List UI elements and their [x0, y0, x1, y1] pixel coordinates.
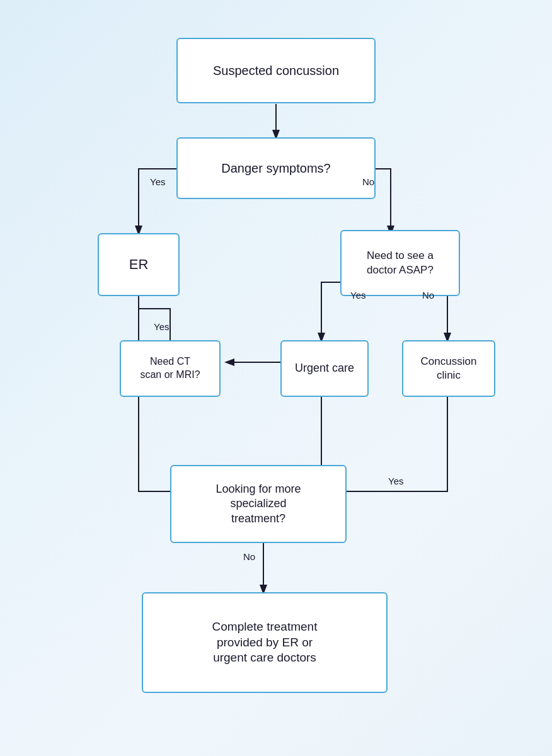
yes-ct-label: Yes: [154, 321, 169, 332]
looking-for-more-box: Looking for more specialized treatment?: [170, 465, 347, 543]
no-doctor-label: No: [422, 290, 434, 301]
concussion-clinic-box: Concussion clinic: [402, 340, 495, 397]
yes-doctor-label: Yes: [350, 290, 365, 301]
no-looking-label: No: [243, 551, 255, 562]
need-ct-box: Need CT scan or MRI?: [120, 340, 221, 397]
flowchart: Suspected concussion Danger symptoms? ER…: [0, 0, 552, 756]
suspected-concussion-box: Suspected concussion: [176, 38, 376, 103]
danger-symptoms-box: Danger symptoms?: [176, 137, 376, 199]
er-box: ER: [98, 233, 180, 296]
yes-danger-left-label: Yes: [150, 176, 165, 187]
complete-treatment-box: Complete treatment provided by ER or urg…: [142, 592, 388, 693]
yes-concussion-label: Yes: [388, 476, 403, 486]
need-to-see-doctor-box: Need to see a doctor ASAP?: [340, 230, 460, 296]
urgent-care-box: Urgent care: [280, 340, 369, 397]
no-danger-right-label: No: [362, 176, 374, 187]
